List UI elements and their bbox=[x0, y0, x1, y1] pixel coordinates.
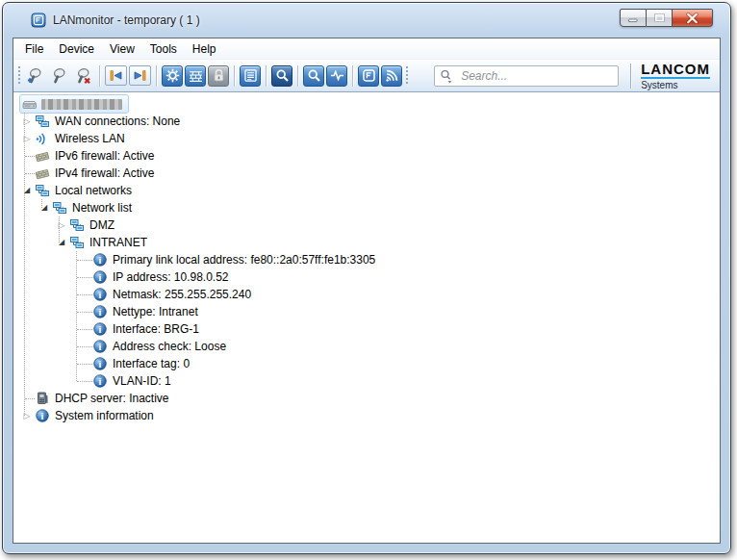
svg-text:i: i bbox=[99, 307, 102, 318]
search-icon[interactable] bbox=[439, 68, 454, 84]
tree-item-wan-connections-none[interactable]: ▷WAN connections: None bbox=[13, 113, 720, 130]
magnifier-remove-icon bbox=[74, 66, 92, 85]
lanmonitor-app-icon bbox=[361, 67, 377, 84]
firewall-events-button[interactable] bbox=[185, 65, 206, 87]
minimize-button[interactable] bbox=[620, 9, 647, 27]
tree-item-label: Network list bbox=[72, 201, 132, 215]
expand-arrow-icon[interactable]: ▷ bbox=[19, 131, 35, 146]
toolbar-separator bbox=[99, 65, 100, 87]
tree-item-address-check-loose[interactable]: iAddress check: Loose bbox=[13, 338, 720, 355]
lancom-logo-underline bbox=[641, 77, 710, 79]
network-icon bbox=[69, 217, 85, 233]
tree-item-label: Nettype: Intranet bbox=[113, 305, 198, 318]
menu-item-view[interactable]: View bbox=[102, 39, 142, 59]
tree-connector-line bbox=[77, 312, 92, 313]
search-device-button[interactable] bbox=[303, 65, 324, 87]
accounting-button[interactable] bbox=[162, 65, 183, 87]
collapse-arrow-icon[interactable]: ◢ bbox=[54, 235, 69, 250]
collapse-arrow-icon[interactable]: ◢ bbox=[19, 183, 35, 198]
tree-item-ipv4-firewall-active[interactable]: IPv4 firewall: Active bbox=[13, 165, 720, 182]
next-device-button[interactable] bbox=[129, 65, 151, 86]
tree-item-label: Local networks bbox=[55, 184, 132, 197]
window-title: LANmonitor - temporary ( 1 ) bbox=[53, 13, 200, 27]
waveform-icon bbox=[329, 67, 345, 84]
menu-item-file[interactable]: File bbox=[17, 39, 51, 59]
close-button[interactable] bbox=[673, 9, 713, 27]
find-device-button[interactable] bbox=[48, 64, 70, 87]
lanmonitor-button[interactable] bbox=[358, 65, 379, 87]
menu-item-device[interactable]: Device bbox=[51, 39, 102, 59]
tree-item-ip-address-10-98-0-52[interactable]: iIP address: 10.98.0.52 bbox=[13, 268, 720, 286]
titlebar[interactable]: LANmonitor - temporary ( 1 ) bbox=[3, 3, 730, 38]
tree-indent bbox=[13, 329, 71, 330]
tree-indent bbox=[13, 242, 54, 243]
tree-indent bbox=[13, 225, 54, 226]
wlanmonitor-button[interactable] bbox=[381, 65, 402, 87]
toolbar-separator bbox=[234, 65, 235, 87]
lock-button[interactable] bbox=[208, 65, 229, 87]
wlan-waves-icon bbox=[384, 67, 400, 84]
tree-item-system-information[interactable]: ▷iSystem information bbox=[13, 407, 720, 424]
tree-item-label: IPv6 firewall: Active bbox=[55, 149, 154, 163]
svg-text:i: i bbox=[41, 411, 44, 421]
svg-text:i: i bbox=[99, 255, 102, 266]
tree-item-nettype-intranet[interactable]: iNettype: Intranet bbox=[13, 303, 720, 320]
expand-arrow-icon[interactable]: ▷ bbox=[19, 408, 35, 423]
tree-item-network-list[interactable]: ◢Network list bbox=[13, 199, 720, 216]
trace-button[interactable] bbox=[271, 65, 292, 87]
zoom-magnifier-icon bbox=[306, 67, 322, 84]
tree-connector-line bbox=[77, 277, 92, 278]
info-icon: i bbox=[92, 304, 108, 319]
tree-indent bbox=[13, 346, 71, 347]
maximize-button[interactable] bbox=[647, 9, 673, 27]
activity-log-button[interactable] bbox=[240, 65, 261, 87]
expand-arrow-icon[interactable]: ▷ bbox=[54, 217, 69, 233]
lanmonitor-app-icon[interactable] bbox=[31, 13, 46, 28]
tree-item-interface-tag-0[interactable]: iInterface tag: 0 bbox=[13, 355, 720, 372]
detach-device-button[interactable] bbox=[72, 64, 94, 87]
tree-connector-line bbox=[77, 294, 92, 295]
info-icon: i bbox=[35, 408, 50, 423]
info-icon: i bbox=[92, 356, 108, 371]
previous-device-button[interactable] bbox=[105, 65, 127, 86]
tree-item-netmask-255-255-255-240[interactable]: iNetmask: 255.255.255.240 bbox=[13, 286, 720, 303]
tree-item-dmz[interactable]: ▷DMZ bbox=[13, 216, 720, 234]
tree-item-label: VLAN-ID: 1 bbox=[113, 374, 171, 388]
menu-item-tools[interactable]: Tools bbox=[142, 39, 185, 59]
nav-previous-icon bbox=[108, 67, 124, 84]
tree-item-local-networks[interactable]: ◢Local networks bbox=[13, 182, 720, 199]
tree-item-label: Netmask: 255.255.255.240 bbox=[113, 288, 251, 301]
collapse-arrow-icon[interactable]: ◢ bbox=[37, 200, 52, 216]
graphs-button[interactable] bbox=[326, 65, 347, 87]
tree-item-vlan-id-1[interactable]: iVLAN-ID: 1 bbox=[13, 372, 720, 390]
tree-item-dhcp-server-inactive[interactable]: DHCP server: Inactive bbox=[13, 390, 720, 407]
firewall-icon bbox=[35, 148, 50, 164]
tree-indent bbox=[13, 398, 19, 399]
toolbar-logo-separator bbox=[630, 64, 631, 89]
menu-item-help[interactable]: Help bbox=[185, 39, 224, 59]
tree-item-interface-brg-1[interactable]: iInterface: BRG-1 bbox=[13, 320, 720, 338]
magnifier-icon bbox=[50, 66, 68, 85]
expand-arrow-icon[interactable]: ▷ bbox=[19, 114, 35, 129]
tree-item-device[interactable] bbox=[13, 95, 720, 113]
tree-item-intranet[interactable]: ◢INTRANET bbox=[13, 234, 720, 251]
window-controls bbox=[620, 9, 713, 27]
info-icon: i bbox=[92, 269, 108, 285]
tree-connector-line bbox=[76, 251, 77, 381]
tree-connector-line bbox=[41, 199, 42, 208]
tree-item-primary-link-local-address-fe80-2a0-57ff-f[interactable]: iPrimary link local address: fe80::2a0:5… bbox=[13, 251, 720, 268]
tree-item-wireless-lan[interactable]: ▷Wireless LAN bbox=[13, 130, 720, 147]
toolbar-grip[interactable] bbox=[18, 66, 20, 86]
tree-connector-line bbox=[77, 329, 92, 330]
search-box bbox=[434, 65, 619, 87]
svg-text:i: i bbox=[99, 290, 102, 300]
tree-item-label: Primary link local address: fe80::2a0:57… bbox=[113, 253, 375, 267]
toolbar-grip[interactable] bbox=[406, 66, 408, 86]
tree-indent bbox=[13, 173, 19, 174]
attach-device-button[interactable] bbox=[24, 64, 46, 87]
tree-item-ipv6-firewall-active[interactable]: IPv6 firewall: Active bbox=[13, 147, 720, 165]
toolbar-separator bbox=[266, 65, 267, 87]
svg-text:i: i bbox=[99, 359, 102, 369]
minimize-icon bbox=[627, 13, 639, 23]
search-input[interactable] bbox=[434, 65, 619, 87]
